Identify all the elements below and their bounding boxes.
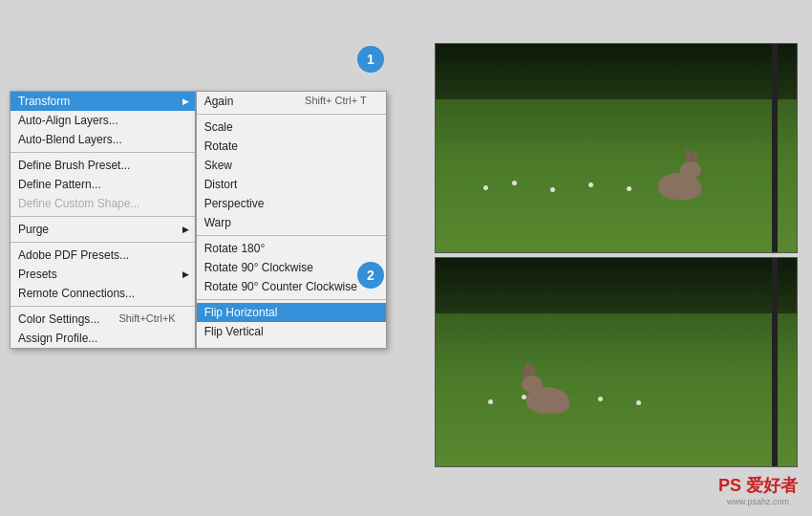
menu-item-again[interactable]: Again Shift+ Ctrl+ T [197, 92, 386, 111]
menu-divider-4 [11, 306, 195, 307]
menu-item-define-custom: Define Custom Shape... [11, 194, 195, 213]
menu-item-define-pattern[interactable]: Define Pattern... [11, 175, 195, 194]
menu-item-auto-align[interactable]: Auto-Align Layers... [11, 111, 195, 130]
scene-flowers [474, 166, 663, 195]
again-shortcut: Shift+ Ctrl+ T [305, 95, 367, 108]
watermark-area: PS 爱好者 www.psahz.com [718, 474, 798, 506]
scene-pole [772, 44, 778, 252]
menu-item-rotate[interactable]: Rotate [197, 137, 386, 156]
menu-item-define-brush[interactable]: Define Brush Preset... [11, 156, 195, 175]
menu-item-scale[interactable]: Scale [197, 118, 386, 137]
flower [483, 185, 488, 190]
flower [588, 183, 593, 187]
scene-rabbit [653, 157, 711, 200]
again-label: Again [204, 95, 234, 108]
watermark-sub: www.psahz.com [718, 497, 798, 506]
menu-item-transform[interactable]: Transform [11, 92, 195, 111]
submenu-divider-2 [197, 235, 386, 236]
menu-item-distort[interactable]: Distort [197, 175, 386, 194]
menu-item-auto-blend[interactable]: Auto-Blend Layers... [11, 130, 195, 149]
menu-item-flip-horizontal[interactable]: Flip Horizontal [197, 303, 386, 322]
photo-scene-1 [436, 44, 797, 252]
color-settings-shortcut: Shift+Ctrl+K [118, 312, 175, 326]
flower [598, 397, 603, 401]
menu-item-warp[interactable]: Warp [197, 213, 386, 232]
menu-item-purge[interactable]: Purge [11, 220, 195, 239]
menu-item-color-settings[interactable]: Color Settings... Shift+Ctrl+K [11, 310, 195, 329]
watermark-main: PS 爱好者 [718, 474, 798, 497]
submenu-divider-1 [197, 114, 386, 115]
menu-item-skew[interactable]: Skew [197, 156, 386, 175]
badge-2: 2 [357, 262, 384, 289]
background: 1 2 Transform Auto-Align Layers... Auto-… [0, 0, 812, 516]
menu-submenu-transform: Again Shift+ Ctrl+ T Scale Rotate Skew D… [196, 91, 387, 349]
flower [636, 400, 641, 405]
flower [550, 187, 555, 192]
menu-primary: Transform Auto-Align Layers... Auto-Blen… [10, 91, 196, 349]
menu-divider-2 [11, 216, 195, 217]
submenu-divider-3 [197, 299, 386, 300]
menu-item-rotate180[interactable]: Rotate 180° [197, 239, 386, 258]
scene-rabbit-2 [522, 371, 579, 414]
images-area [435, 43, 798, 467]
menu-item-perspective[interactable]: Perspective [197, 194, 386, 213]
rabbit-body [658, 173, 701, 200]
flower [512, 181, 517, 185]
menu-divider-3 [11, 242, 195, 243]
menu-item-remote[interactable]: Remote Connections... [11, 284, 195, 303]
menu-item-adobe-pdf[interactable]: Adobe PDF Presets... [11, 246, 195, 265]
menu-item-assign-profile[interactable]: Assign Profile... [11, 329, 195, 348]
flower [627, 186, 631, 191]
photo-frame-2 [435, 257, 798, 467]
rabbit-body [526, 387, 569, 414]
badge-1: 1 [357, 46, 384, 73]
photo-scene-2 [436, 258, 797, 466]
menu-divider-1 [11, 152, 195, 153]
photo-frame-1 [435, 43, 798, 253]
menu-item-presets[interactable]: Presets [11, 265, 195, 284]
menu-container: Transform Auto-Align Layers... Auto-Blen… [10, 91, 387, 349]
menu-item-flip-vertical[interactable]: Flip Vertical [197, 322, 386, 341]
color-settings-label: Color Settings... [18, 312, 99, 326]
flower [488, 399, 493, 404]
scene-pole-2 [772, 258, 778, 466]
